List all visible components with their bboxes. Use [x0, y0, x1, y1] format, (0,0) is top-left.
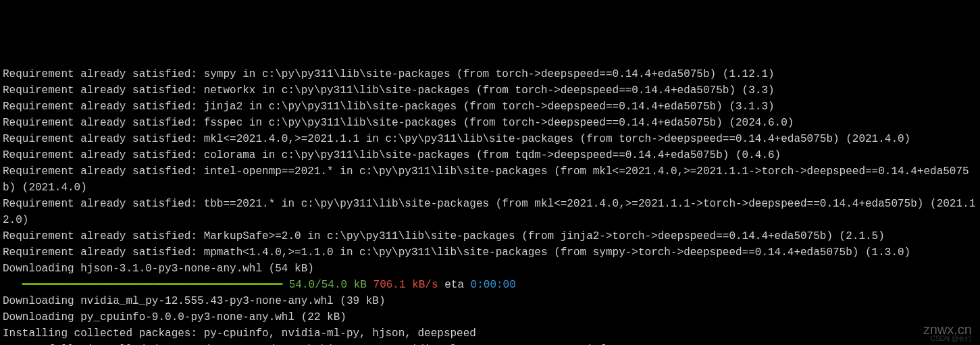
terminal-output-line: Requirement already satisfied: mkl<=2021… [3, 131, 977, 147]
terminal-download-line: Downloading py_cpuinfo-9.0.0-py3-none-an… [3, 309, 977, 325]
terminal-output-line: Requirement already satisfied: tbb==2021… [3, 196, 977, 228]
terminal-success-line: Successfully installed deepspeed-0.14.4+… [3, 342, 977, 345]
terminal-progress-line: ━━━━━━━━━━━━━━━━━━━━━━━━━━━━━━━━━━━━━━━━… [3, 277, 977, 293]
terminal-install-line: Installing collected packages: py-cpuinf… [3, 325, 977, 342]
terminal-output-line: Requirement already satisfied: MarkupSaf… [3, 228, 977, 244]
terminal-output-line: Requirement already satisfied: intel-ope… [3, 163, 977, 196]
terminal-output-line: Requirement already satisfied: colorama … [3, 147, 977, 163]
terminal-download-line: Downloading nvidia_ml_py-12.555.43-py3-n… [3, 293, 977, 309]
terminal-output-line: Requirement already satisfied: fsspec in… [3, 115, 977, 131]
watermark-sub: CSDN @长行 [931, 334, 972, 344]
progress-bar: ━━━━━━━━━━━━━━━━━━━━━━━━━━━━━━━━━━━━━━━━ [3, 279, 282, 291]
progress-size: 54.0/54.0 kB [282, 279, 367, 291]
terminal-output-line: Requirement already satisfied: jinja2 in… [3, 99, 977, 115]
progress-time: 0:00:00 [471, 279, 516, 291]
progress-speed: 706.1 kB/s [367, 279, 438, 291]
terminal-output-line: Requirement already satisfied: mpmath<1.… [3, 244, 977, 261]
terminal-output-line: Requirement already satisfied: networkx … [3, 82, 977, 99]
terminal-download-line: Downloading hjson-3.1.0-py3-none-any.whl… [3, 261, 977, 277]
terminal-output-line: Requirement already satisfied: sympy in … [3, 66, 977, 82]
progress-eta-label: eta [438, 279, 471, 291]
